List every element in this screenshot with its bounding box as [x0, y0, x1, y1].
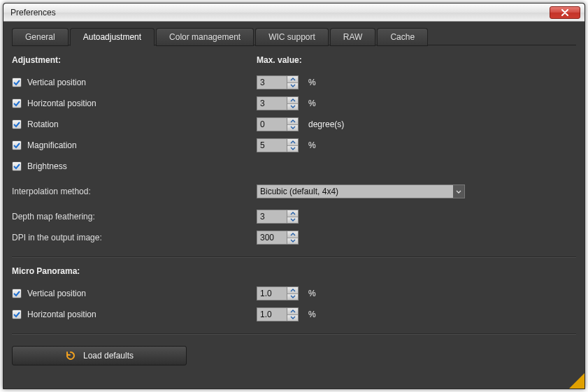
unit-label: %: [308, 78, 316, 87]
checkmark-icon: [13, 79, 20, 86]
reset-icon: [65, 350, 76, 361]
spinner-input[interactable]: [257, 210, 287, 223]
spin-down-icon[interactable]: [287, 83, 298, 89]
spinner-horizontal-position[interactable]: [257, 96, 299, 110]
label-micro-vertical: Vertical position: [27, 289, 86, 298]
dpi-label: DPI in the output image:: [12, 228, 257, 247]
load-defaults-button[interactable]: Load defaults: [12, 346, 187, 365]
tab-autoadjustment[interactable]: Autoadjustment: [70, 28, 155, 46]
unit-label: degree(s): [308, 119, 344, 129]
titlebar: Preferences: [3, 3, 585, 22]
spin-up-icon[interactable]: [287, 210, 298, 217]
spin-down-icon[interactable]: [287, 315, 298, 321]
spin-down-icon[interactable]: [287, 104, 298, 110]
spin-down-icon[interactable]: [287, 238, 298, 245]
preferences-window: Preferences General Autoadjustment Color…: [3, 3, 585, 389]
checkbox-micro-vertical[interactable]: [12, 289, 22, 298]
spinner-input[interactable]: [257, 118, 287, 131]
spin-up-icon[interactable]: [287, 139, 298, 146]
adjustment-heading: Adjustment:: [12, 55, 257, 65]
max-value-heading: Max. value:: [257, 55, 576, 65]
checkbox-brightness[interactable]: [12, 161, 22, 171]
interpolation-select[interactable]: Bicubic (default, 4x4): [257, 184, 465, 198]
spin-up-icon[interactable]: [287, 231, 298, 238]
spinner-input[interactable]: [257, 308, 287, 321]
resize-grip-icon[interactable]: [569, 373, 585, 389]
spinner-dpi[interactable]: [257, 231, 299, 245]
label-vertical-position: Vertical position: [27, 78, 86, 87]
divider: [12, 256, 576, 258]
spinner-micro-vertical[interactable]: [257, 286, 299, 300]
spin-up-icon[interactable]: [287, 287, 298, 294]
label-rotation: Rotation: [27, 119, 59, 129]
checkmark-icon: [13, 163, 20, 170]
spinner-input[interactable]: [257, 287, 287, 300]
feathering-label: Depth map feathering:: [12, 208, 257, 226]
window-title: Preferences: [10, 8, 550, 17]
label-horizontal-position: Horizontal position: [27, 99, 96, 108]
spin-up-icon[interactable]: [287, 97, 298, 104]
checkbox-magnification[interactable]: [12, 140, 22, 150]
interpolation-value: Bicubic (default, 4x4): [257, 185, 453, 198]
tab-color-management[interactable]: Color management: [156, 28, 254, 46]
unit-label: %: [308, 99, 316, 108]
spinner-input[interactable]: [257, 139, 287, 152]
unit-label: %: [308, 310, 316, 319]
spinner-vertical-position[interactable]: [257, 75, 299, 89]
spin-down-icon[interactable]: [287, 146, 298, 152]
chevron-down-icon: [453, 185, 464, 198]
content-area: General Autoadjustment Color management …: [3, 22, 585, 389]
checkbox-vertical-position[interactable]: [12, 78, 22, 87]
tab-cache[interactable]: Cache: [377, 28, 428, 46]
checkmark-icon: [13, 290, 20, 297]
unit-label: %: [308, 140, 316, 150]
checkmark-icon: [13, 100, 20, 107]
tab-raw[interactable]: RAW: [330, 28, 376, 46]
close-button[interactable]: [550, 6, 580, 19]
checkmark-icon: [13, 121, 20, 128]
spin-down-icon[interactable]: [287, 125, 298, 131]
spinner-micro-horizontal[interactable]: [257, 307, 299, 321]
spin-up-icon[interactable]: [287, 76, 298, 83]
label-micro-horizontal: Horizontal position: [27, 310, 96, 319]
spinner-rotation[interactable]: [257, 117, 299, 131]
divider: [12, 333, 576, 335]
spin-up-icon[interactable]: [287, 308, 298, 315]
spinner-input[interactable]: [257, 97, 287, 110]
spinner-feathering[interactable]: [257, 210, 299, 224]
checkmark-icon: [13, 142, 20, 149]
spinner-magnification[interactable]: [257, 138, 299, 152]
checkbox-horizontal-position[interactable]: [12, 99, 22, 108]
spinner-input[interactable]: [257, 231, 287, 244]
spin-up-icon[interactable]: [287, 118, 298, 125]
spinner-input[interactable]: [257, 76, 287, 89]
unit-label: %: [308, 289, 316, 298]
spin-down-icon[interactable]: [287, 294, 298, 300]
checkmark-icon: [13, 311, 20, 318]
micro-panorama-heading: Micro Panorama:: [12, 266, 576, 276]
tab-general[interactable]: General: [12, 28, 69, 46]
label-magnification: Magnification: [27, 140, 77, 150]
spin-down-icon[interactable]: [287, 217, 298, 224]
tab-wic-support[interactable]: WIC support: [255, 28, 329, 46]
interpolation-label: Interpolation method:: [12, 182, 257, 201]
checkbox-rotation[interactable]: [12, 119, 22, 129]
label-brightness: Brightness: [27, 161, 67, 171]
close-icon: [561, 9, 569, 16]
checkbox-micro-horizontal[interactable]: [12, 310, 22, 319]
load-defaults-label: Load defaults: [83, 351, 134, 361]
tabstrip: General Autoadjustment Color management …: [12, 27, 576, 45]
